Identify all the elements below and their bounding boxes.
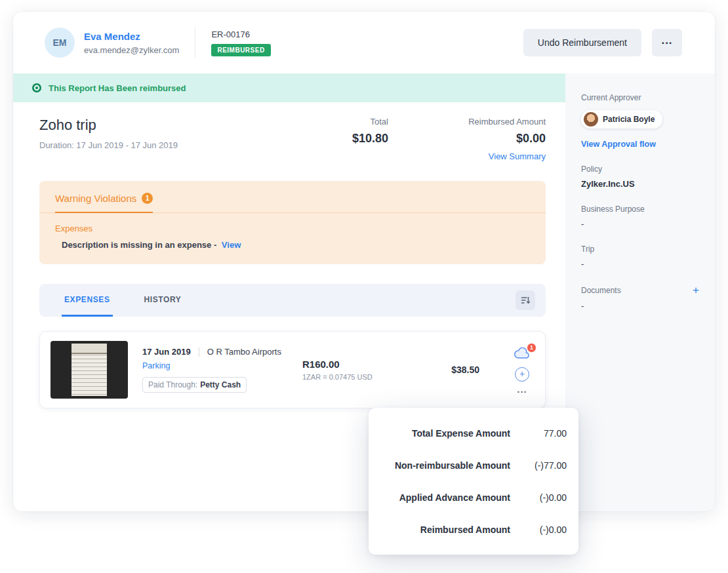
policy-section: Policy Zylker.Inc.US: [581, 165, 699, 189]
attachment-count-badge: 1: [527, 343, 536, 353]
expense-row[interactable]: 17 Jun 2019 O R Tambo Airports Parking P…: [39, 331, 546, 408]
user-avatar: EM: [45, 28, 75, 58]
summary-row-value: (-)0.00: [516, 524, 567, 535]
paid-through-chip: Paid Through: Petty Cash: [142, 377, 247, 393]
expense-category-link[interactable]: Parking: [142, 361, 302, 370]
business-purpose-value: -: [581, 219, 699, 229]
trip-value: -: [581, 259, 699, 269]
header-divider: [195, 28, 195, 58]
summary-row: Reimbursed Amount (-)0.00: [380, 513, 567, 545]
summary-row-value: (-)77.00: [516, 460, 567, 471]
receipt-thumbnail[interactable]: [51, 341, 128, 399]
attachment-cloud-button[interactable]: 1: [514, 347, 531, 363]
expense-more-button[interactable]: ...: [517, 386, 527, 393]
header-more-button[interactable]: ...: [652, 29, 682, 56]
violation-message: Description is missing in an expense -: [62, 240, 216, 250]
amount-blocks: Total $10.80 Reimbursed Amount $0.00 Vie…: [342, 117, 546, 161]
trip-section: Trip -: [581, 245, 699, 269]
summary-row: Non-reimbursable Amount (-)77.00: [380, 449, 567, 481]
tab-history[interactable]: HISTORY: [142, 284, 184, 317]
summary-row-label: Total Expense Amount: [380, 428, 510, 439]
tabs-bar: EXPENSES HISTORY: [39, 284, 546, 317]
user-block: Eva Mendez eva.mendez@zylker.com: [84, 31, 179, 55]
policy-label: Policy: [581, 165, 699, 174]
violation-view-link[interactable]: View: [222, 240, 241, 250]
total-value: $10.80: [342, 132, 388, 146]
total-block: Total $10.80: [342, 117, 388, 161]
warning-violations-title: Warning Violations: [55, 193, 136, 204]
business-purpose-section: Business Purpose -: [581, 205, 699, 229]
add-to-expense-button[interactable]: +: [515, 367, 529, 382]
expense-converted-amount: $38.50: [407, 365, 479, 375]
report-title-block: Zoho trip Duration: 17 Jun 2019 - 17 Jun…: [39, 117, 178, 161]
reimbursed-target-icon: [31, 83, 42, 93]
expense-original-amount: R160.00: [302, 359, 407, 370]
summary-row-value: 77.00: [516, 428, 567, 439]
documents-row: Documents +: [581, 285, 699, 296]
user-email: eva.mendez@zylker.com: [84, 45, 179, 55]
reimbursed-banner-text: This Report Has Been reimbursed: [49, 83, 186, 93]
summary-row-label: Applied Advance Amount: [380, 492, 510, 503]
expense-date-merchant-row: 17 Jun 2019 O R Tambo Airports: [142, 347, 302, 357]
add-document-button[interactable]: +: [693, 285, 699, 296]
report-id-block: ER-00176 REIMBURSED: [211, 30, 270, 56]
status-badge: REIMBURSED: [211, 44, 270, 56]
business-purpose-label: Business Purpose: [581, 205, 699, 214]
approver-name: Patricia Boyle: [603, 115, 655, 124]
paid-through-value: Petty Cash: [200, 380, 241, 389]
warning-violations-header: Warning Violations 1: [39, 181, 546, 213]
summary-popup: Total Expense Amount 77.00 Non-reimbursa…: [369, 408, 578, 555]
expense-exchange-rate: 1ZAR = 0.07475 USD: [302, 373, 407, 381]
reimbursed-label: Reimbursed Amount: [388, 117, 546, 127]
warning-violations-box: Warning Violations 1 Expenses Descriptio…: [39, 181, 546, 264]
view-approval-flow-link[interactable]: View Approval flow: [581, 140, 699, 149]
warning-violations-body: Expenses Description is missing in an ex…: [39, 213, 546, 264]
reimbursed-block: Reimbursed Amount $0.00 View Summary: [388, 117, 546, 161]
user-name[interactable]: Eva Mendez: [84, 31, 179, 42]
main-content: Zoho trip Duration: 17 Jun 2019 - 17 Jun…: [13, 102, 565, 408]
report-id: ER-00176: [211, 30, 270, 39]
approver-avatar: [584, 112, 598, 127]
report-summary-row: Zoho trip Duration: 17 Jun 2019 - 17 Jun…: [39, 117, 546, 161]
report-duration: Duration: 17 Jun 2019 - 17 Jun 2019: [39, 140, 178, 150]
summary-row-label: Non-reimbursable Amount: [380, 460, 510, 471]
summary-row: Applied Advance Amount (-)0.00: [380, 481, 567, 513]
undo-reimbursement-button[interactable]: Undo Reimbursement: [523, 29, 641, 56]
documents-value: -: [581, 301, 699, 311]
violation-section-label: Expenses: [55, 224, 530, 233]
view-summary-link[interactable]: View Summary: [388, 151, 546, 161]
current-approver-label: Current Approver: [581, 93, 699, 102]
violation-message-row: Description is missing in an expense - V…: [55, 240, 530, 250]
sort-button[interactable]: [516, 290, 535, 310]
details-sidebar: Current Approver Patricia Boyle View App…: [565, 73, 715, 511]
report-title: Zoho trip: [39, 117, 178, 134]
policy-value: Zylker.Inc.US: [581, 179, 699, 189]
expense-amount-block: R160.00 1ZAR = 0.07475 USD: [302, 359, 407, 381]
sort-icon: [520, 295, 531, 306]
report-header: EM Eva Mendez eva.mendez@zylker.com ER-0…: [13, 12, 715, 73]
total-label: Total: [342, 117, 388, 127]
expense-date: 17 Jun 2019: [142, 347, 191, 357]
warning-violations-tab[interactable]: Warning Violations 1: [55, 193, 153, 213]
date-merchant-divider: [199, 347, 199, 357]
paid-through-label: Paid Through:: [148, 380, 197, 389]
expense-actions: 1 + ...: [514, 347, 531, 393]
documents-label: Documents: [581, 286, 621, 295]
expense-merchant: O R Tambo Airports: [207, 347, 281, 357]
tab-expenses[interactable]: EXPENSES: [62, 284, 113, 317]
summary-row-label: Reimbursed Amount: [380, 524, 510, 535]
documents-section: Documents + -: [581, 285, 699, 311]
reimbursed-value: $0.00: [388, 132, 546, 146]
summary-row-value: (-)0.00: [516, 492, 567, 503]
warning-violations-count-badge: 1: [142, 193, 153, 204]
summary-row: Total Expense Amount 77.00: [380, 417, 567, 449]
report-detail-card: EM Eva Mendez eva.mendez@zylker.com ER-0…: [13, 12, 715, 511]
reimbursed-banner: This Report Has Been reimbursed: [13, 73, 565, 102]
approver-pill[interactable]: Patricia Boyle: [581, 110, 662, 128]
expense-info: 17 Jun 2019 O R Tambo Airports Parking P…: [142, 347, 302, 393]
trip-label: Trip: [581, 245, 699, 254]
